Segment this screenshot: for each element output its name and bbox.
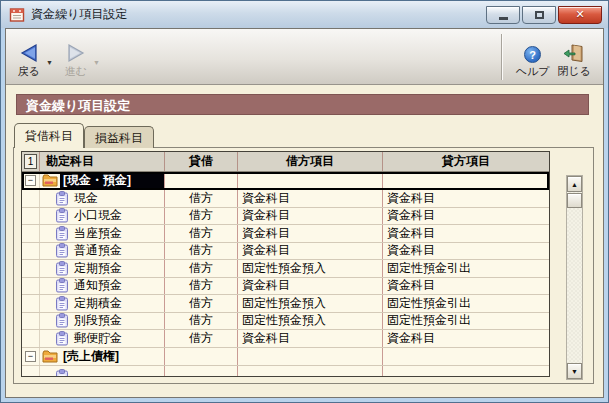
debit-cell[interactable]: 資金科目 xyxy=(238,225,383,242)
account-grid: 1 勘定科目 貸借 借方項目 貸方項目 − [現金・預金] xyxy=(21,151,550,377)
collapse-icon[interactable]: − xyxy=(25,351,36,362)
grid-item-row[interactable] xyxy=(22,366,549,376)
taishaku-cell[interactable]: 借方 xyxy=(165,330,238,347)
forward-dropdown-icon[interactable]: ▼ xyxy=(93,59,100,66)
taishaku-cell[interactable] xyxy=(165,172,238,189)
credit-cell[interactable]: 資金科目 xyxy=(383,225,549,242)
debit-cell[interactable]: 固定性預金預入 xyxy=(238,260,383,277)
credit-cell[interactable]: 固定性預金引出 xyxy=(383,295,549,312)
taishaku-cell[interactable]: 借方 xyxy=(165,313,238,330)
taishaku-cell[interactable]: 借方 xyxy=(165,208,238,225)
maximize-button[interactable] xyxy=(522,6,556,24)
grid-item-row[interactable]: 現金 借方 資金科目 資金科目 xyxy=(22,190,549,208)
account-item-icon xyxy=(54,243,70,258)
account-cell[interactable] xyxy=(40,366,165,376)
tab-soneki-kamoku[interactable]: 損益科目 xyxy=(84,126,154,148)
account-cell[interactable]: 定期預金 xyxy=(40,260,165,277)
scroll-up-button[interactable]: ▲ xyxy=(567,176,582,192)
credit-cell[interactable]: 固定性預金引出 xyxy=(383,260,549,277)
credit-cell[interactable]: 資金科目 xyxy=(383,330,549,347)
grid-item-row[interactable]: 定期積金 借方 固定性預金預入 固定性預金引出 xyxy=(22,295,549,313)
taishaku-cell[interactable]: 借方 xyxy=(165,278,238,295)
credit-cell[interactable] xyxy=(383,348,549,365)
account-label: 別段預金 xyxy=(74,313,122,330)
grid-item-row[interactable]: 当座預金 借方 資金科目 資金科目 xyxy=(22,225,549,243)
account-cell[interactable]: 定期積金 xyxy=(40,295,165,312)
account-cell[interactable]: 別段預金 xyxy=(40,313,165,330)
grid-item-row[interactable]: 小口現金 借方 資金科目 資金科目 xyxy=(22,208,549,226)
account-label: 普通預金 xyxy=(74,243,122,260)
back-dropdown-icon[interactable]: ▼ xyxy=(46,59,53,66)
taishaku-cell[interactable]: 借方 xyxy=(165,243,238,260)
taishaku-cell[interactable] xyxy=(165,348,238,365)
close-window-button[interactable]: ✕ xyxy=(558,6,602,24)
credit-cell[interactable] xyxy=(383,366,549,376)
account-group-cell[interactable]: [売上債権] xyxy=(40,348,165,365)
account-item-icon xyxy=(54,369,70,376)
debit-cell[interactable]: 固定性預金預入 xyxy=(238,295,383,312)
debit-cell[interactable]: 資金科目 xyxy=(238,208,383,225)
grid-item-row[interactable]: 別段預金 借方 固定性預金預入 固定性預金引出 xyxy=(22,313,549,331)
forward-arrow-icon xyxy=(63,43,89,63)
minimize-button[interactable] xyxy=(486,6,520,24)
account-item-icon xyxy=(54,331,70,346)
page-title: 資金繰り項目設定 xyxy=(16,94,589,115)
grid-group-row[interactable]: − [現金・預金] xyxy=(22,172,549,190)
credit-cell[interactable]: 資金科目 xyxy=(383,208,549,225)
grid-corner-cell[interactable]: 1 xyxy=(22,152,40,171)
credit-cell[interactable]: 資金科目 xyxy=(383,190,549,207)
grid-group-row[interactable]: − [売上債権] xyxy=(22,348,549,366)
account-group-cell[interactable]: [現金・預金] xyxy=(40,172,165,189)
corner-box[interactable]: 1 xyxy=(24,154,37,169)
grid-item-row[interactable]: 普通預金 借方 資金科目 資金科目 xyxy=(22,243,549,261)
credit-cell[interactable]: 資金科目 xyxy=(383,243,549,260)
tab-taishaku-kamoku[interactable]: 貸借科目 xyxy=(14,123,84,148)
row-header-cell xyxy=(22,260,40,277)
back-button[interactable]: 戻る xyxy=(12,32,46,82)
grid-item-row[interactable]: 定期預金 借方 固定性預金預入 固定性預金引出 xyxy=(22,260,549,278)
account-cell[interactable]: 当座預金 xyxy=(40,225,165,242)
taishaku-cell[interactable]: 借方 xyxy=(165,225,238,242)
account-item-icon xyxy=(54,226,70,241)
column-header-taishaku[interactable]: 貸借 xyxy=(165,152,238,171)
close-screen-button[interactable]: 閉じる xyxy=(553,32,595,82)
debit-cell[interactable]: 固定性預金預入 xyxy=(238,313,383,330)
forward-button[interactable]: 進む xyxy=(59,32,93,82)
column-header-account[interactable]: 勘定科目 xyxy=(40,152,165,171)
row-header-cell xyxy=(22,295,40,312)
taishaku-cell[interactable] xyxy=(165,366,238,376)
taishaku-cell[interactable]: 借方 xyxy=(165,260,238,277)
column-header-credit[interactable]: 貸方項目 xyxy=(383,152,549,171)
help-button[interactable]: ? ヘルプ xyxy=(512,32,554,82)
collapse-icon[interactable]: − xyxy=(25,175,36,186)
account-label: 郵便貯金 xyxy=(74,330,122,347)
debit-cell[interactable]: 資金科目 xyxy=(238,330,383,347)
debit-cell[interactable] xyxy=(238,348,383,365)
account-label: 小口現金 xyxy=(74,208,122,225)
debit-cell[interactable]: 資金科目 xyxy=(238,190,383,207)
credit-cell[interactable] xyxy=(383,172,549,189)
close-screen-label: 閉じる xyxy=(557,64,591,79)
account-cell[interactable]: 通知預金 xyxy=(40,278,165,295)
account-cell[interactable]: 小口現金 xyxy=(40,208,165,225)
credit-cell[interactable]: 固定性預金引出 xyxy=(383,313,549,330)
debit-cell[interactable] xyxy=(238,366,383,376)
debit-cell[interactable]: 資金科目 xyxy=(238,278,383,295)
column-header-debit[interactable]: 借方項目 xyxy=(238,152,383,171)
scroll-thumb[interactable] xyxy=(567,193,582,208)
scroll-down-button[interactable]: ▼ xyxy=(567,363,582,379)
app-icon xyxy=(9,7,25,23)
taishaku-cell[interactable]: 借方 xyxy=(165,190,238,207)
account-cell[interactable]: 普通預金 xyxy=(40,243,165,260)
debit-cell[interactable] xyxy=(238,172,383,189)
grid-item-row[interactable]: 通知預金 借方 資金科目 資金科目 xyxy=(22,278,549,296)
grid-item-row[interactable]: 郵便貯金 借方 資金科目 資金科目 xyxy=(22,330,549,348)
titlebar[interactable]: 資金繰り項目設定 ✕ xyxy=(1,1,608,28)
account-item-icon xyxy=(54,208,70,223)
credit-cell[interactable]: 資金科目 xyxy=(383,278,549,295)
debit-cell[interactable]: 資金科目 xyxy=(238,243,383,260)
account-cell[interactable]: 現金 xyxy=(40,190,165,207)
account-cell[interactable]: 郵便貯金 xyxy=(40,330,165,347)
taishaku-cell[interactable]: 借方 xyxy=(165,295,238,312)
vertical-scrollbar[interactable]: ▲ ▼ xyxy=(566,175,583,380)
